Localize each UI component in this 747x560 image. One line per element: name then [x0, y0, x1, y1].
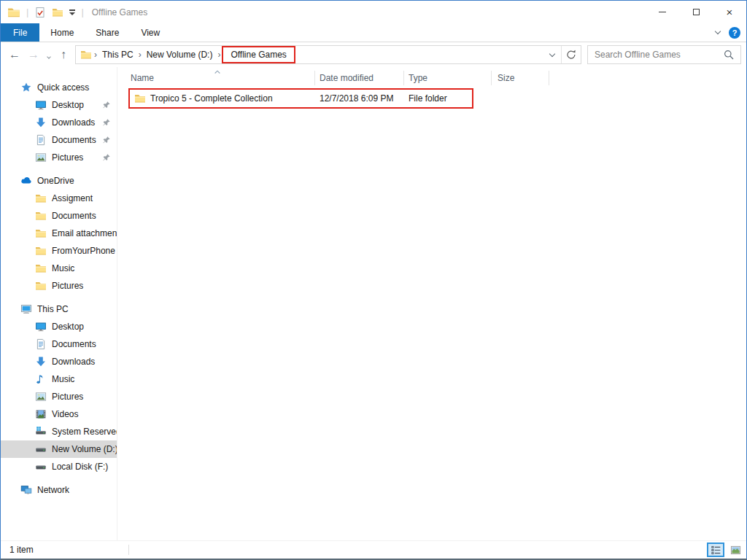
expand-ribbon-chevron-icon[interactable]	[715, 28, 721, 34]
file-name: Tropico 5 - Complete Collection	[150, 93, 273, 104]
breadcrumb-offline-games-annotated[interactable]: Offline Games	[222, 46, 295, 63]
drive-icon	[35, 461, 47, 472]
sidebar-item-network[interactable]: Network	[1, 481, 117, 499]
documents-icon	[35, 338, 47, 350]
breadcrumb-new-volume-d[interactable]: New Volume (D:)	[142, 46, 218, 63]
sidebar-item-label: Videos	[52, 409, 78, 419]
back-button[interactable]: ←	[5, 48, 24, 61]
search-input[interactable]	[588, 50, 723, 60]
sidebar-item-onedrive[interactable]: OneDrive	[1, 172, 117, 190]
details-view-button[interactable]	[707, 542, 724, 557]
sidebar-item-label: Downloads	[52, 357, 95, 367]
sidebar-item-label: Music	[52, 263, 74, 273]
maximize-icon	[693, 9, 700, 15]
sidebar-item-downloads[interactable]: Downloads	[1, 114, 117, 131]
details-view-icon	[711, 545, 721, 556]
sidebar-item-label: New Volume (D:)	[52, 444, 117, 454]
sidebar-item-documents[interactable]: Documents	[1, 131, 117, 149]
sidebar-item-onedrive-documents[interactable]: Documents	[1, 207, 117, 225]
refresh-icon[interactable]	[561, 46, 581, 63]
tab-file[interactable]: File	[1, 23, 39, 42]
tab-home[interactable]: Home	[39, 23, 85, 42]
sidebar-item-pc-pictures[interactable]: Pictures	[1, 388, 117, 405]
sidebar-item-label: Pictures	[52, 152, 83, 163]
column-header-date-modified[interactable]: Date modified	[315, 71, 404, 85]
sidebar-item-pictures[interactable]: Pictures	[1, 149, 117, 166]
sidebar-item-local-disk-f[interactable]: Local Disk (F:)	[1, 458, 117, 475]
music-icon	[35, 373, 47, 385]
recent-locations-chevron-icon[interactable]	[43, 48, 54, 61]
file-type: File folder	[404, 93, 492, 104]
downloads-icon	[35, 117, 47, 128]
column-header-type[interactable]: Type	[404, 71, 492, 85]
sidebar-item-label: Pictures	[52, 392, 83, 402]
sidebar-item-label: Desktop	[52, 100, 84, 110]
tab-view[interactable]: View	[130, 23, 171, 42]
sidebar-section-onedrive: OneDrive Assigment Documents Email attac…	[1, 172, 117, 295]
network-icon	[20, 484, 32, 496]
minimize-button[interactable]	[646, 1, 679, 23]
file-explorer-window: | | Offline Games × File Home Share View…	[0, 0, 747, 560]
pin-icon	[102, 136, 111, 144]
sidebar-item-label: Local Disk (F:)	[52, 462, 108, 472]
sidebar-item-system-reserved[interactable]: System Reserved (C	[1, 423, 117, 440]
sort-ascending-chevron-icon	[212, 68, 222, 75]
desktop-icon	[35, 99, 47, 111]
folder-icon	[35, 280, 47, 292]
window-folder-icon	[7, 6, 20, 19]
sidebar-item-onedrive-music[interactable]: Music	[1, 260, 117, 277]
sidebar-item-label: Email attachments	[52, 228, 117, 238]
computer-icon	[20, 303, 32, 315]
column-headers: Name Date modified Type Size	[123, 67, 746, 88]
videos-icon	[35, 408, 47, 420]
minimize-icon	[659, 12, 666, 12]
address-dropdown-chevron-icon[interactable]	[543, 46, 561, 63]
sidebar-item-pc-desktop[interactable]: Desktop	[1, 318, 117, 335]
sidebar-item-label: Assigment	[52, 193, 93, 203]
documents-icon	[35, 134, 47, 146]
large-icons-view-button[interactable]	[727, 542, 744, 557]
address-bar[interactable]: › This PC › New Volume (D:) › Offline Ga…	[75, 45, 581, 64]
sidebar-item-label: System Reserved (C	[52, 427, 117, 437]
tab-share[interactable]: Share	[85, 23, 130, 42]
quick-access-toolbar-new-folder-icon[interactable]	[52, 7, 63, 18]
close-button[interactable]: ×	[713, 1, 746, 23]
breadcrumb-this-pc[interactable]: This PC	[97, 46, 139, 63]
sidebar-item-onedrive-pictures[interactable]: Pictures	[1, 277, 117, 295]
sidebar-item-fromyourphone[interactable]: FromYourPhone	[1, 242, 117, 260]
help-icon[interactable]: ?	[729, 27, 740, 39]
file-list-pane: Name Date modified Type Size Tropico 5 -…	[117, 67, 746, 540]
sidebar-item-assigment[interactable]: Assigment	[1, 190, 117, 207]
forward-button[interactable]: →	[24, 48, 43, 61]
drive-icon	[35, 443, 47, 455]
table-row[interactable]: Tropico 5 - Complete Collection 12/7/201…	[123, 88, 746, 109]
search-box[interactable]	[587, 45, 741, 64]
folder-icon	[35, 262, 47, 274]
item-count: 1 item	[9, 545, 34, 555]
pictures-icon	[35, 152, 47, 163]
pin-icon	[102, 101, 111, 109]
quick-access-toolbar-properties-icon[interactable]	[34, 7, 46, 18]
sidebar-item-quick-access[interactable]: Quick access	[1, 79, 117, 96]
sidebar-item-pc-documents[interactable]: Documents	[1, 335, 117, 353]
navigation-pane: Quick access Desktop Downloads Documents	[1, 67, 117, 540]
sidebar-item-new-volume-d[interactable]: New Volume (D:)	[1, 440, 117, 458]
maximize-button[interactable]	[679, 1, 713, 23]
search-icon[interactable]	[723, 49, 735, 61]
sidebar-item-label: Desktop	[52, 322, 84, 332]
sidebar-item-this-pc[interactable]: This PC	[1, 300, 117, 318]
downloads-icon	[35, 356, 47, 368]
sidebar-item-email-attachments[interactable]: Email attachments	[1, 225, 117, 242]
sidebar-section-this-pc: This PC Desktop Documents Downloads Musi…	[1, 300, 117, 475]
customize-quick-access-toolbar-icon[interactable]	[69, 9, 75, 15]
status-bar: 1 item	[1, 540, 746, 559]
sidebar-item-desktop[interactable]: Desktop	[1, 96, 117, 114]
sidebar-item-pc-downloads[interactable]: Downloads	[1, 353, 117, 370]
sidebar-item-label: Network	[37, 485, 69, 495]
column-header-size[interactable]: Size	[492, 71, 549, 85]
up-button[interactable]: ↑	[54, 48, 73, 61]
sidebar-item-pc-music[interactable]: Music	[1, 370, 117, 388]
titlebar-separator: |	[81, 7, 83, 18]
sidebar-item-pc-videos[interactable]: Videos	[1, 405, 117, 423]
sidebar-item-label: FromYourPhone	[52, 246, 115, 256]
